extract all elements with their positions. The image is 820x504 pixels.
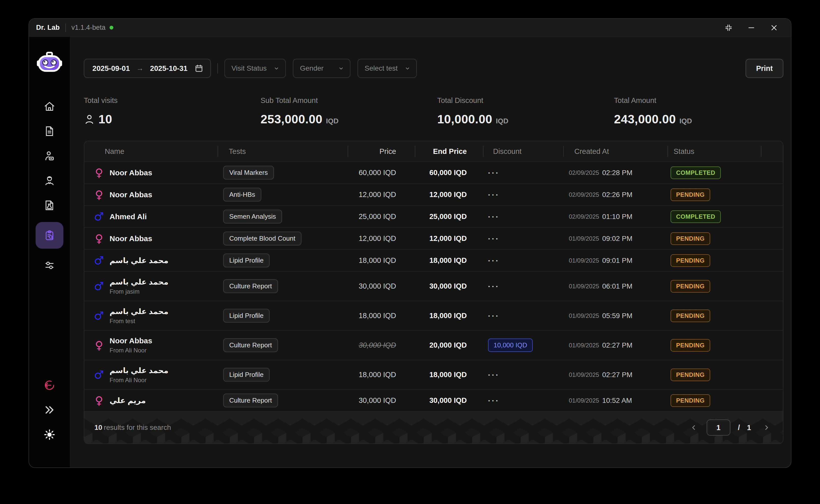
patient-card-icon [44,150,55,162]
patient-subtitle: From jasim [109,288,168,295]
end-price-value: 18,000 IQD [429,371,467,379]
stat-value: 243,000.00 [614,112,676,126]
price-value: 30,000 IQD [359,396,396,405]
discount-value: ... [488,259,500,262]
created-time: 02:27 PM [602,341,633,349]
sidebar-item-visits-active[interactable] [36,222,63,249]
created-date: 01/09/2025 [569,342,599,349]
status-badge: COMPLETED [671,166,721,179]
chevrons-right-icon [44,404,55,416]
male-icon: ♂ [93,281,104,292]
next-page-button[interactable] [761,422,772,433]
table-footer: 10results for this search 1 / 1 [84,411,783,443]
table-row[interactable]: ♂ Ahmed Ali Semen Analysis 25,000 IQD 25… [84,205,783,227]
male-icon: ♂ [93,211,104,222]
home-icon [44,101,55,112]
end-price-value: 12,000 IQD [429,234,467,243]
window-restore-button[interactable] [723,22,734,34]
test-select[interactable]: Select test [358,59,417,78]
patient-name: محمد علي باسم [109,256,168,265]
price-value: 12,000 IQD [359,190,396,199]
sidebar-item-reports[interactable] [41,123,58,139]
close-icon [770,24,778,32]
patient-name: محمد علي باسم [109,307,168,316]
price-value: 60,000 IQD [359,169,396,177]
window-close-button[interactable] [768,22,780,34]
created-time: 06:01 PM [602,282,633,290]
table-row[interactable]: ♂ محمد علي باسم From test Lipid Profile … [84,301,783,330]
calendar-button[interactable] [194,64,204,73]
filter-bar: 2025-09-01 → 2025-10-31 Visit Status [84,59,783,78]
stat-label: Total Discount [437,96,614,105]
created-time: 02:26 PM [602,191,633,199]
sidebar-item-patients[interactable] [41,148,58,164]
created-date: 01/09/2025 [569,371,599,378]
current-page-box[interactable]: 1 [707,419,730,436]
test-badge: Culture Report [223,394,278,407]
test-badge: Viral Markers [223,166,274,180]
price-value: 30,000 IQD [359,341,396,349]
print-button[interactable]: Print [746,59,783,78]
stat-subtotal: Sub Total Amount 253,000.00 IQD [261,96,437,126]
sidebar-item-lab-tests[interactable] [41,197,58,213]
visit-status-placeholder: Visit Status [232,64,267,72]
created-time: 09:01 PM [602,257,633,265]
test-badge: Culture Report [223,338,278,352]
visits-table: Name Tests Price End Price Discount Crea… [84,141,783,444]
created-date: 01/09/2025 [569,312,599,319]
prev-page-button[interactable] [689,422,699,433]
sidebar-item-doctors[interactable] [41,173,58,189]
created-time: 10:52 AM [602,397,632,405]
sidebar-item-home[interactable] [41,98,58,115]
table-row[interactable]: ♀ مريم علي Culture Report 30,000 IQD 30,… [84,389,783,411]
test-badge: Semen Analysis [223,210,282,223]
created-date: 01/09/2025 [569,397,599,404]
status-badge: COMPLETED [671,210,721,223]
visit-status-select[interactable]: Visit Status [225,59,286,78]
app-name: Dr. Lab [36,24,60,32]
sidebar-logout-button[interactable] [41,377,58,393]
chevron-down-icon [338,65,344,72]
end-price-value: 18,000 IQD [429,256,467,265]
status-badge: PENDING [671,310,710,322]
table-row[interactable]: ♂ محمد علي باسم Lipid Profile 18,000 IQD… [84,249,783,271]
female-icon: ♀ [93,167,104,178]
patient-name: Noor Abbas [109,169,152,177]
col-status: Status [671,147,694,156]
window-minimize-button[interactable] [746,22,757,34]
app-version: v1.1.4-beta [71,24,105,32]
sidebar-item-settings[interactable] [41,257,58,273]
stat-label: Sub Total Amount [261,96,437,105]
table-row[interactable]: ♂ محمد علي باسم From jasim Culture Repor… [84,271,783,301]
table-row[interactable]: ♀ Noor Abbas From Ali Noor Culture Repor… [84,330,783,360]
stat-total-amount: Total Amount 243,000.00 IQD [614,96,783,126]
end-price-value: 60,000 IQD [429,169,467,177]
date-to-value[interactable]: 2025-10-31 [148,64,189,73]
sidebar-theme-toggle[interactable] [41,427,58,443]
patient-name: Ahmed Ali [109,212,147,221]
created-time: 05:59 PM [602,312,633,320]
minimize-icon [748,24,755,32]
gender-select[interactable]: Gender [293,59,350,78]
table-header: Name Tests Price End Price Discount Crea… [84,141,783,161]
test-badge: Lipid Profile [223,254,270,267]
calendar-icon [194,64,203,73]
end-price-value: 30,000 IQD [429,396,467,405]
price-value: 30,000 IQD [359,282,396,290]
table-row[interactable]: ♀ Noor Abbas Complete Blood Count 12,000… [84,227,783,249]
status-badge: PENDING [671,280,710,293]
table-body: ♀ Noor Abbas Viral Markers 60,000 IQD 60… [84,161,783,411]
stat-label: Total visits [84,96,261,105]
col-tests: Tests [223,147,246,156]
discount-value: ... [488,399,500,402]
sidebar-expand-button[interactable] [41,402,58,418]
table-row[interactable]: ♀ Noor Abbas Viral Markers 60,000 IQD 60… [84,161,783,183]
table-row[interactable]: ♀ Noor Abbas Anti-HBs 12,000 IQD 12,000 … [84,183,783,205]
table-row[interactable]: ♂ محمد علي باسم From Ali Noor Lipid Prof… [84,360,783,389]
end-price-value: 30,000 IQD [429,282,467,290]
date-from-value[interactable]: 2025-09-01 [91,64,131,73]
end-price-value: 12,000 IQD [429,190,467,199]
female-icon: ♀ [93,189,104,200]
page-total: / 1 [738,424,754,432]
date-range-picker[interactable]: 2025-09-01 → 2025-10-31 [84,59,211,78]
